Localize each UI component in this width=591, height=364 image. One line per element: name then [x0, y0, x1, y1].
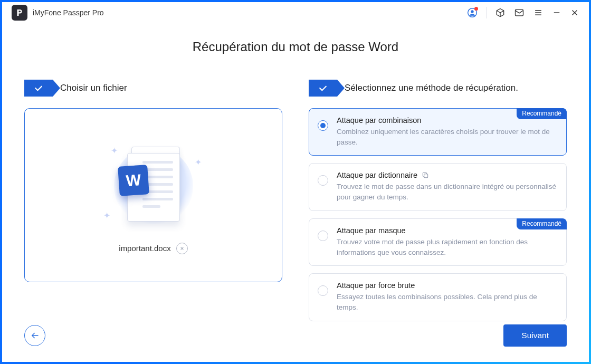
- radio-icon: [318, 231, 328, 241]
- method-desc: Trouvez votre mot de passe plus rapideme…: [337, 237, 558, 258]
- radio-icon: [318, 120, 328, 131]
- divider: [486, 7, 487, 18]
- sparkle-icon: ✦: [195, 157, 202, 167]
- step-choose-method-label: Sélectionnez une méthode de récupération…: [345, 83, 518, 93]
- clear-file-button[interactable]: [176, 243, 188, 254]
- step-badge-check-icon: [309, 80, 337, 97]
- app-logo: [12, 5, 27, 21]
- titlebar: iMyFone Passper Pro: [2, 2, 589, 24]
- close-button[interactable]: [570, 8, 579, 17]
- recommended-tag: Recommandé: [517, 218, 567, 229]
- step-choose-file-header: Choisir un fichier: [24, 80, 282, 97]
- sparkle-icon: ✦: [111, 146, 118, 156]
- method-desc: Combinez uniquement les caractères chois…: [337, 127, 558, 148]
- word-app-icon: W: [118, 165, 149, 196]
- menu-icon[interactable]: [533, 7, 544, 18]
- file-name: important.docx: [119, 244, 170, 253]
- recommended-tag: Recommandé: [517, 108, 567, 119]
- method-dictionary[interactable]: Attaque par dictionnaire Trouvez le mot …: [309, 163, 567, 211]
- method-title: Attaque par dictionnaire: [337, 171, 558, 179]
- svg-rect-11: [424, 174, 428, 178]
- mail-icon[interactable]: [514, 7, 525, 18]
- method-list: Attaque par combinaison Combinez uniquem…: [309, 108, 567, 321]
- method-desc: Essayez toutes les combinaisons possible…: [337, 292, 558, 313]
- method-mask[interactable]: Attaque par masque Trouvez votre mot de …: [309, 218, 567, 266]
- next-button[interactable]: Suivant: [503, 324, 567, 347]
- method-brute-force[interactable]: Attaque par force brute Essayez toutes l…: [309, 273, 567, 321]
- cube-icon[interactable]: [495, 7, 506, 18]
- minimize-button[interactable]: [552, 8, 561, 17]
- sparkle-icon: ✦: [103, 210, 110, 221]
- svg-rect-2: [516, 9, 523, 16]
- step-badge-check-icon: [24, 80, 53, 97]
- back-button[interactable]: [24, 325, 45, 346]
- app-title: iMyFone Passper Pro: [33, 8, 104, 17]
- step-choose-file-label: Choisir un fichier: [60, 83, 127, 93]
- document-illustration: ✦ ✦ ✦ W: [103, 136, 204, 236]
- method-desc: Trouvez le mot de passe dans un dictionn…: [337, 181, 558, 203]
- radio-icon: [318, 285, 328, 296]
- radio-icon: [318, 175, 328, 186]
- account-icon[interactable]: [467, 7, 478, 18]
- step-choose-method-header: Sélectionnez une méthode de récupération…: [309, 80, 567, 97]
- page-title: Récupération du mot de passe Word: [24, 40, 567, 54]
- method-combination[interactable]: Attaque par combinaison Combinez uniquem…: [309, 108, 567, 156]
- method-title: Attaque par force brute: [337, 281, 558, 290]
- file-card[interactable]: ✦ ✦ ✦ W: [24, 108, 282, 282]
- svg-point-1: [471, 11, 473, 13]
- copy-icon: [422, 171, 429, 179]
